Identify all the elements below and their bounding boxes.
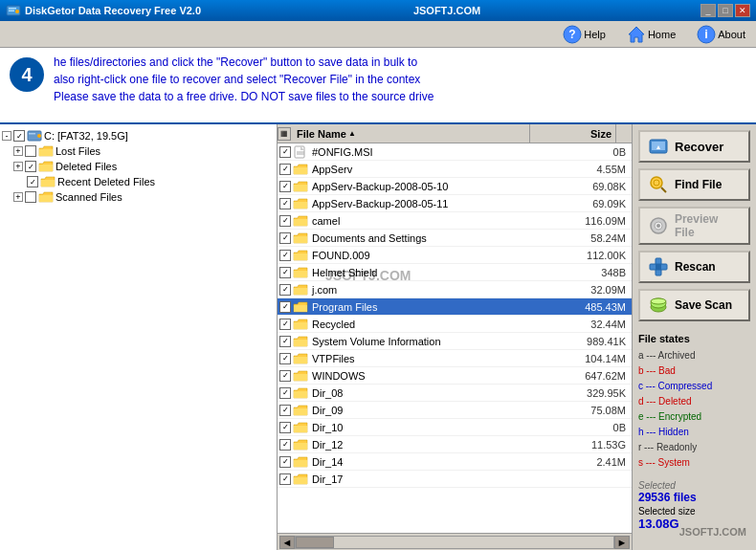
file-checkbox[interactable] (279, 198, 291, 209)
recover-icon (648, 136, 669, 157)
file-row[interactable]: Documents and Settings58.24M (278, 230, 632, 247)
preview-file-button[interactable]: Preview File (638, 207, 750, 245)
tree-label-deleted: Deleted Files (56, 161, 117, 172)
file-row[interactable]: FOUND.009112.00K (278, 247, 632, 264)
tree-checkbox-scanned[interactable] (25, 191, 36, 203)
banner-text-1: he files/directories and click the "Reco… (54, 54, 746, 71)
file-row[interactable]: AppServ4.55M (278, 161, 632, 178)
file-type-icon (293, 455, 308, 469)
file-checkbox[interactable] (279, 370, 291, 382)
file-list-hscroll[interactable]: ◄ ► (278, 533, 632, 550)
file-name: System Volume Information (310, 336, 544, 347)
file-type-icon (293, 386, 308, 400)
file-checkbox[interactable] (279, 456, 291, 468)
file-row[interactable]: VTPFiles104.14M (278, 350, 632, 367)
folder-icon-scanned (38, 190, 54, 204)
tree-item-deleted[interactable]: + Deleted Files (0, 159, 277, 174)
file-row[interactable]: j.com32.09M (278, 281, 632, 298)
file-row[interactable]: Recycled32.44M (278, 316, 632, 333)
file-row[interactable]: WINDOWS647.62M (278, 367, 632, 385)
file-checkbox[interactable] (279, 439, 291, 451)
file-checkbox[interactable] (279, 215, 291, 227)
tree-checkbox-recent-deleted[interactable] (27, 176, 38, 187)
about-button[interactable]: i About (690, 22, 752, 47)
folder-icon-lost (38, 144, 54, 158)
tree-item-recent-deleted[interactable]: Recent Deleted Files (0, 174, 277, 189)
find-file-label: Find File (675, 178, 722, 191)
file-row[interactable]: Helmet Shield348B (278, 264, 632, 281)
file-size: 104.14M (545, 353, 630, 364)
file-checkbox[interactable] (279, 405, 291, 416)
col-header-name[interactable]: File Name ▲ (293, 124, 530, 143)
file-checkbox[interactable] (279, 473, 291, 485)
minimize-button[interactable]: _ (700, 4, 716, 17)
file-checkbox[interactable] (279, 301, 291, 313)
file-type-icon (293, 145, 308, 159)
tree-panel: - C: [FAT32, 19.5G] + Lost Files (0, 124, 278, 550)
file-list-body[interactable]: #ONFIG.MSI0BAppServ4.55MAppServ-Backup-2… (278, 143, 632, 533)
file-checkbox[interactable] (279, 336, 291, 347)
file-row[interactable]: System Volume Information989.41K (278, 333, 632, 350)
home-button[interactable]: Home (620, 22, 682, 47)
file-size: 647.62M (545, 370, 630, 382)
file-row[interactable]: Dir_1211.53G (278, 436, 632, 453)
hscroll-thumb[interactable] (296, 537, 334, 548)
tree-expand-scanned[interactable]: + (13, 192, 23, 202)
find-file-button[interactable]: Find File (638, 168, 750, 201)
file-checkbox[interactable] (279, 232, 291, 244)
state-readonly: r --- Readonly (638, 440, 750, 455)
save-scan-button[interactable]: Save Scan (638, 289, 750, 321)
file-row[interactable]: Dir_142.41M (278, 453, 632, 471)
file-row[interactable]: Dir_08329.95K (278, 385, 632, 402)
file-checkbox[interactable] (279, 267, 291, 278)
file-name: Dir_17 (310, 473, 544, 485)
file-checkbox[interactable] (279, 164, 291, 175)
tree-item-root[interactable]: - C: [FAT32, 19.5G] (0, 128, 277, 143)
maximize-button[interactable]: □ (718, 4, 733, 17)
file-row[interactable]: Dir_0975.08M (278, 402, 632, 419)
hscroll-left[interactable]: ◄ (279, 536, 295, 549)
close-button[interactable]: ✕ (735, 4, 750, 17)
file-checkbox[interactable] (279, 146, 291, 158)
rescan-button[interactable]: Rescan (638, 251, 750, 283)
tree-checkbox-root[interactable] (13, 130, 25, 142)
file-row[interactable]: Dir_17 (278, 471, 632, 488)
file-row[interactable]: #ONFIG.MSI0B (278, 143, 632, 161)
file-type-icon (293, 352, 308, 365)
file-checkbox[interactable] (279, 422, 291, 433)
tree-item-lost[interactable]: + Lost Files (0, 143, 277, 159)
hscroll-track[interactable] (295, 536, 614, 549)
file-checkbox[interactable] (279, 319, 291, 330)
help-button[interactable]: ? Help (556, 22, 612, 47)
hscroll-right[interactable]: ► (614, 536, 630, 549)
svg-rect-1 (9, 8, 16, 10)
tree-item-scanned[interactable]: + Scanned Files (0, 189, 277, 205)
tree-expand-deleted[interactable]: + (13, 162, 23, 171)
file-checkbox[interactable] (279, 181, 291, 192)
file-checkbox[interactable] (279, 250, 291, 261)
file-row[interactable]: Program Files485.43M (278, 298, 632, 316)
col-header-size[interactable]: Size (530, 124, 616, 143)
file-row[interactable]: Dir_100B (278, 419, 632, 436)
file-row[interactable]: AppServ-Backup-2008-05-1069.08K (278, 178, 632, 195)
tree-expand-lost[interactable]: + (13, 146, 23, 156)
tree-expand-root[interactable]: - (2, 131, 11, 141)
file-name: Dir_09 (310, 405, 544, 416)
find-file-icon (648, 174, 669, 195)
app-icon (6, 3, 21, 18)
file-checkbox[interactable] (279, 284, 291, 296)
file-row[interactable]: camel116.09M (278, 212, 632, 230)
state-archived: a --- Archived (638, 348, 750, 363)
file-name: AppServ-Backup-2008-05-11 (310, 198, 544, 209)
banner-text-2: also right-click one file to recover and… (54, 71, 746, 88)
tree-checkbox-deleted[interactable] (25, 161, 36, 172)
state-compressed: c --- Compressed (638, 379, 750, 394)
file-row[interactable]: AppServ-Backup-2008-05-1169.09K (278, 195, 632, 212)
file-name: Recycled (310, 319, 544, 330)
file-size: 0B (545, 146, 630, 158)
recover-button[interactable]: Recover (638, 130, 750, 163)
file-checkbox[interactable] (279, 387, 291, 399)
file-checkbox[interactable] (279, 353, 291, 364)
file-type-icon (293, 473, 308, 486)
tree-checkbox-lost[interactable] (25, 145, 36, 157)
